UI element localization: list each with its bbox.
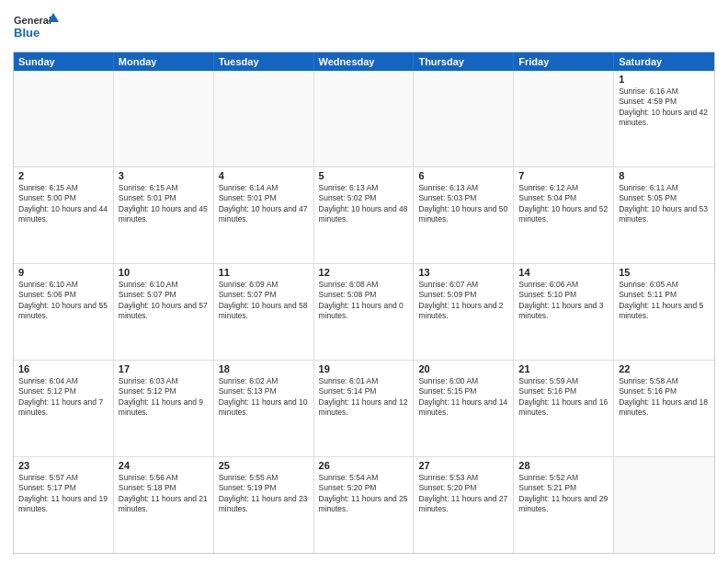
logo-svg: General Blue xyxy=(13,9,59,46)
weekday-header: Wednesday xyxy=(314,52,415,71)
svg-text:General: General xyxy=(14,15,51,26)
calendar-header: SundayMondayTuesdayWednesdayThursdayFrid… xyxy=(14,52,714,71)
calendar-cell: 15Sunrise: 6:05 AM Sunset: 5:11 PM Dayli… xyxy=(614,264,714,360)
calendar-cell: 28Sunrise: 5:52 AM Sunset: 5:21 PM Dayli… xyxy=(514,457,614,553)
day-number: 5 xyxy=(319,170,409,181)
calendar-body: 1Sunrise: 6:16 AM Sunset: 4:59 PM Daylig… xyxy=(14,71,714,553)
calendar-cell xyxy=(214,71,314,167)
day-number: 1 xyxy=(619,74,710,85)
day-info: Sunrise: 6:05 AM Sunset: 5:11 PM Dayligh… xyxy=(619,280,710,322)
day-number: 16 xyxy=(18,363,108,374)
calendar-cell: 21Sunrise: 5:59 AM Sunset: 5:16 PM Dayli… xyxy=(514,361,614,456)
calendar-cell: 3Sunrise: 6:15 AM Sunset: 5:01 PM Daylig… xyxy=(114,167,214,263)
day-info: Sunrise: 5:52 AM Sunset: 5:21 PM Dayligh… xyxy=(518,473,609,515)
day-number: 17 xyxy=(119,363,209,374)
day-number: 13 xyxy=(418,267,508,278)
day-number: 27 xyxy=(418,460,508,471)
day-number: 12 xyxy=(319,267,409,278)
weekday-header: Tuesday xyxy=(214,52,314,71)
calendar-cell: 26Sunrise: 5:54 AM Sunset: 5:20 PM Dayli… xyxy=(314,457,415,553)
calendar-cell: 5Sunrise: 6:13 AM Sunset: 5:02 PM Daylig… xyxy=(314,167,415,263)
calendar-cell xyxy=(114,71,214,167)
day-number: 9 xyxy=(18,267,108,278)
calendar-cell: 6Sunrise: 6:13 AM Sunset: 5:03 PM Daylig… xyxy=(414,167,514,263)
day-info: Sunrise: 6:11 AM Sunset: 5:05 PM Dayligh… xyxy=(619,183,710,225)
day-number: 23 xyxy=(18,460,108,471)
day-info: Sunrise: 6:13 AM Sunset: 5:03 PM Dayligh… xyxy=(418,183,508,225)
calendar-cell: 8Sunrise: 6:11 AM Sunset: 5:05 PM Daylig… xyxy=(614,167,714,263)
weekday-header: Friday xyxy=(514,52,614,71)
day-info: Sunrise: 6:06 AM Sunset: 5:10 PM Dayligh… xyxy=(518,280,609,322)
calendar-cell: 23Sunrise: 5:57 AM Sunset: 5:17 PM Dayli… xyxy=(14,457,114,553)
calendar-cell: 12Sunrise: 6:08 AM Sunset: 5:08 PM Dayli… xyxy=(314,264,415,360)
calendar-cell: 20Sunrise: 6:00 AM Sunset: 5:15 PM Dayli… xyxy=(414,361,514,456)
day-info: Sunrise: 6:07 AM Sunset: 5:09 PM Dayligh… xyxy=(418,280,508,322)
day-number: 20 xyxy=(418,363,508,374)
day-number: 2 xyxy=(18,170,108,181)
weekday-header: Thursday xyxy=(414,52,514,71)
day-info: Sunrise: 5:57 AM Sunset: 5:17 PM Dayligh… xyxy=(18,473,108,515)
calendar-cell: 4Sunrise: 6:14 AM Sunset: 5:01 PM Daylig… xyxy=(214,167,314,263)
day-number: 11 xyxy=(219,267,309,278)
day-info: Sunrise: 5:55 AM Sunset: 5:19 PM Dayligh… xyxy=(219,473,309,515)
day-info: Sunrise: 6:01 AM Sunset: 5:14 PM Dayligh… xyxy=(319,376,409,419)
calendar-cell: 27Sunrise: 5:53 AM Sunset: 5:20 PM Dayli… xyxy=(414,457,514,553)
calendar-cell: 19Sunrise: 6:01 AM Sunset: 5:14 PM Dayli… xyxy=(314,361,415,456)
calendar-cell: 1Sunrise: 6:16 AM Sunset: 4:59 PM Daylig… xyxy=(614,71,714,167)
day-number: 22 xyxy=(619,363,710,374)
calendar-cell: 25Sunrise: 5:55 AM Sunset: 5:19 PM Dayli… xyxy=(214,457,314,553)
calendar-cell xyxy=(14,71,114,167)
calendar-cell: 10Sunrise: 6:10 AM Sunset: 5:07 PM Dayli… xyxy=(114,264,214,360)
svg-text:Blue: Blue xyxy=(14,26,40,40)
weekday-header: Monday xyxy=(114,52,214,71)
calendar: SundayMondayTuesdayWednesdayThursdayFrid… xyxy=(13,52,715,554)
day-number: 26 xyxy=(319,460,409,471)
day-info: Sunrise: 6:15 AM Sunset: 5:01 PM Dayligh… xyxy=(119,183,209,225)
logo: General Blue xyxy=(13,9,59,46)
day-number: 4 xyxy=(219,170,309,181)
calendar-row: 9Sunrise: 6:10 AM Sunset: 5:06 PM Daylig… xyxy=(14,264,714,361)
day-number: 7 xyxy=(518,170,609,181)
calendar-cell xyxy=(314,71,415,167)
day-number: 14 xyxy=(518,267,609,278)
day-number: 19 xyxy=(319,363,409,374)
day-info: Sunrise: 6:13 AM Sunset: 5:02 PM Dayligh… xyxy=(319,183,409,225)
day-number: 18 xyxy=(219,363,309,374)
calendar-cell: 9Sunrise: 6:10 AM Sunset: 5:06 PM Daylig… xyxy=(14,264,114,360)
day-info: Sunrise: 6:09 AM Sunset: 5:07 PM Dayligh… xyxy=(219,280,309,322)
day-info: Sunrise: 6:10 AM Sunset: 5:06 PM Dayligh… xyxy=(18,280,108,322)
day-info: Sunrise: 5:59 AM Sunset: 5:16 PM Dayligh… xyxy=(518,376,609,419)
day-info: Sunrise: 6:16 AM Sunset: 4:59 PM Dayligh… xyxy=(619,86,710,129)
calendar-cell: 16Sunrise: 6:04 AM Sunset: 5:12 PM Dayli… xyxy=(14,361,114,456)
calendar-cell xyxy=(514,71,614,167)
calendar-row: 2Sunrise: 6:15 AM Sunset: 5:00 PM Daylig… xyxy=(14,167,714,264)
calendar-row: 16Sunrise: 6:04 AM Sunset: 5:12 PM Dayli… xyxy=(14,361,714,457)
day-info: Sunrise: 6:12 AM Sunset: 5:04 PM Dayligh… xyxy=(518,183,609,225)
day-number: 8 xyxy=(619,170,710,181)
day-info: Sunrise: 5:54 AM Sunset: 5:20 PM Dayligh… xyxy=(319,473,409,515)
calendar-cell: 18Sunrise: 6:02 AM Sunset: 5:13 PM Dayli… xyxy=(214,361,314,456)
calendar-cell: 24Sunrise: 5:56 AM Sunset: 5:18 PM Dayli… xyxy=(114,457,214,553)
calendar-cell: 17Sunrise: 6:03 AM Sunset: 5:12 PM Dayli… xyxy=(114,361,214,456)
day-number: 10 xyxy=(119,267,209,278)
day-number: 25 xyxy=(219,460,309,471)
day-info: Sunrise: 6:03 AM Sunset: 5:12 PM Dayligh… xyxy=(119,376,209,419)
day-info: Sunrise: 6:08 AM Sunset: 5:08 PM Dayligh… xyxy=(319,280,409,322)
weekday-header: Saturday xyxy=(614,52,714,71)
day-info: Sunrise: 6:14 AM Sunset: 5:01 PM Dayligh… xyxy=(219,183,309,225)
day-info: Sunrise: 5:58 AM Sunset: 5:16 PM Dayligh… xyxy=(619,376,710,419)
page-header: General Blue xyxy=(13,9,715,46)
calendar-cell: 13Sunrise: 6:07 AM Sunset: 5:09 PM Dayli… xyxy=(414,264,514,360)
calendar-cell: 14Sunrise: 6:06 AM Sunset: 5:10 PM Dayli… xyxy=(514,264,614,360)
day-info: Sunrise: 5:56 AM Sunset: 5:18 PM Dayligh… xyxy=(119,473,209,515)
day-number: 15 xyxy=(619,267,710,278)
calendar-cell: 2Sunrise: 6:15 AM Sunset: 5:00 PM Daylig… xyxy=(14,167,114,263)
calendar-cell: 11Sunrise: 6:09 AM Sunset: 5:07 PM Dayli… xyxy=(214,264,314,360)
day-number: 6 xyxy=(418,170,508,181)
day-info: Sunrise: 6:00 AM Sunset: 5:15 PM Dayligh… xyxy=(418,376,508,419)
day-info: Sunrise: 6:15 AM Sunset: 5:00 PM Dayligh… xyxy=(18,183,108,225)
calendar-cell xyxy=(614,457,714,553)
day-info: Sunrise: 6:10 AM Sunset: 5:07 PM Dayligh… xyxy=(119,280,209,322)
calendar-cell xyxy=(414,71,514,167)
day-number: 28 xyxy=(518,460,609,471)
